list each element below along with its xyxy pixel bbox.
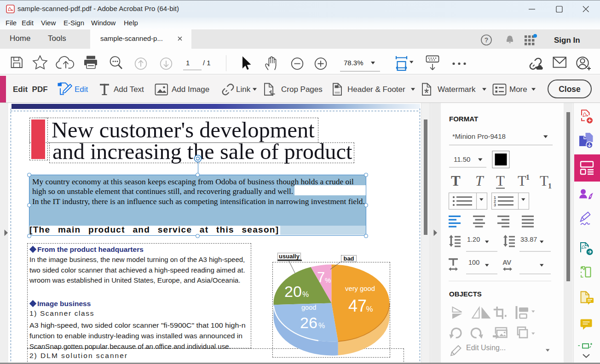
- svg-text:3: 3: [494, 203, 496, 207]
- svg-text:47: 47: [348, 296, 367, 315]
- svg-text:AV: AV: [502, 258, 511, 266]
- svg-text:%: %: [318, 322, 325, 330]
- svg-text:Sign In: Sign In: [554, 36, 580, 45]
- svg-text:very good: very good: [345, 285, 375, 292]
- svg-text:T: T: [475, 173, 485, 189]
- svg-text:T: T: [518, 173, 526, 189]
- svg-text:1: 1: [186, 59, 190, 67]
- svg-text:%: %: [302, 290, 309, 298]
- svg-text:/ 1: / 1: [203, 59, 211, 67]
- svg-text:T: T: [496, 173, 505, 189]
- svg-text:1: 1: [526, 173, 530, 181]
- svg-text:Close: Close: [559, 85, 581, 94]
- svg-text:T: T: [540, 173, 548, 189]
- svg-text:T: T: [451, 173, 461, 189]
- svg-text:?: ?: [485, 36, 489, 44]
- svg-text:%: %: [366, 305, 373, 313]
- svg-text:good: good: [301, 304, 316, 311]
- svg-text:20: 20: [284, 283, 302, 300]
- svg-text:1: 1: [548, 182, 552, 190]
- svg-text:26: 26: [300, 314, 317, 331]
- svg-text:78.3%: 78.3%: [344, 59, 363, 67]
